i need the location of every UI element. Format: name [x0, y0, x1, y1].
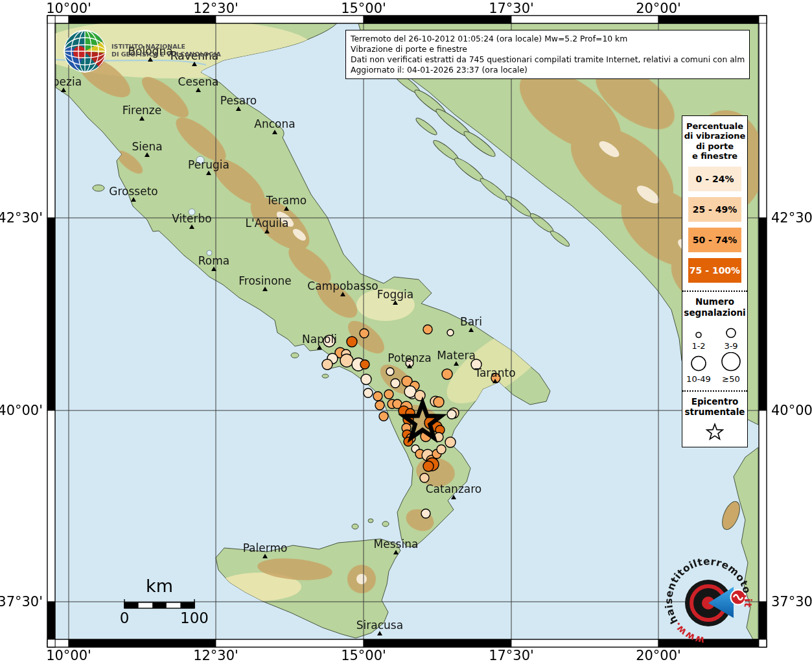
city-label: Teramo [266, 194, 307, 207]
legend-count-cell: ≥50 [715, 352, 747, 384]
legend-title-line: e finestre [682, 151, 747, 161]
city-label: Roma [198, 254, 229, 267]
event-info-box: Terremoto del 26-10-2012 01:05:24 (ora l… [345, 30, 750, 79]
report-circle [445, 437, 456, 447]
frame-segment-bottom [69, 639, 216, 647]
city-label: Palermo [243, 541, 288, 554]
scale-bar-unit: km [146, 576, 173, 596]
legend-epicenter-title-line: strumentale [682, 407, 747, 417]
ingv-text-line1: ISTITUTO NAZIONALE [111, 43, 185, 50]
legend-class-swatch: 25 - 49% [688, 197, 741, 222]
report-circle [404, 386, 416, 397]
island-capri [322, 374, 329, 378]
report-circle [386, 368, 394, 375]
city-label: Messina [374, 538, 419, 551]
legend-title-line: Percentuale [682, 121, 747, 131]
legend-color-classes: 0 - 24%25 - 49%50 - 74%75 - 100% [682, 167, 747, 284]
frame-segment-top [658, 16, 767, 23]
city-label: Potenza [388, 351, 431, 364]
city-label: Taranto [474, 366, 515, 379]
axis-label-left: 40°00' [0, 403, 43, 418]
frame-segment-bottom [216, 639, 364, 647]
frame-segment-right [759, 16, 767, 218]
report-circle [360, 329, 369, 338]
city-label: Viterbo [172, 212, 211, 225]
legend-class-swatch: 0 - 24% [688, 167, 741, 191]
city-label: Matera [437, 349, 476, 362]
event-title: Terremoto del 26-10-2012 01:05:24 (ora l… [351, 34, 745, 44]
report-circle [379, 412, 388, 421]
report-circle [420, 473, 429, 482]
frame-segment-left [47, 218, 55, 410]
report-circle [340, 354, 353, 367]
report-circle [415, 390, 425, 401]
report-circle [361, 374, 371, 385]
scale-bar-segment [152, 602, 167, 608]
city-label: Bari [460, 315, 482, 328]
axis-label-bottom: 17°30' [489, 648, 534, 663]
epicenter-star-icon [705, 422, 725, 440]
legend-count-circle [686, 319, 712, 340]
city-label: Grosseto [109, 185, 157, 198]
screenshot-root: { "info_box": { "lines": [ "Terremoto de… [0, 0, 812, 664]
report-circle [384, 390, 393, 399]
report-circle [360, 360, 369, 369]
city-label: Perugia [188, 158, 229, 171]
legend-counts-title: Numero segnalazioni [682, 296, 747, 317]
city-label: Foggia [377, 288, 413, 301]
event-updated: Aggiornato il: 04-01-2026 23:37 (ora loc… [351, 65, 745, 75]
frame-corner [759, 16, 767, 23]
report-circle [347, 337, 357, 347]
frame-segment-left [47, 410, 55, 602]
legend-class-swatch: 75 - 100% [688, 258, 741, 283]
legend-count-cell: 1-2 [682, 319, 715, 351]
legend-count-circle [718, 352, 744, 373]
axis-label-left: 42°30' [0, 210, 43, 226]
report-circle [442, 369, 452, 379]
city-label: Campobasso [307, 279, 378, 292]
island-aeolian [352, 524, 358, 529]
scale-bar-segment [180, 602, 194, 608]
frame-segment-left [47, 16, 55, 218]
legend-counts-section: Numero segnalazioni 1-23-910-49≥50 [682, 290, 747, 383]
island-elba [93, 185, 104, 191]
legend-count-label: 3-9 [715, 341, 747, 351]
city-label: Ancona [254, 117, 295, 130]
frame-corner [47, 639, 55, 647]
axis-label-right: 37°30' [771, 594, 812, 610]
report-circle [375, 401, 384, 410]
city-label: Napoli [302, 333, 337, 346]
report-circle [373, 392, 382, 401]
frame-segment-top [364, 16, 511, 23]
city-label: Pesaro [220, 94, 257, 107]
frame-segment-bottom [364, 639, 511, 647]
axis-label-bottom: 15°00' [341, 648, 386, 663]
legend-count-label: ≥50 [715, 374, 747, 384]
ingv-globe-icon [64, 30, 106, 72]
report-circle [364, 388, 373, 397]
frame-segment-top [511, 16, 658, 23]
scale-bar-start: 0 [120, 610, 130, 626]
frame-corner [47, 16, 55, 23]
legend-epicenter-title: Epicentro strumentale [682, 396, 747, 417]
legend-count-label: 1-2 [682, 341, 715, 351]
legend-count-circle [686, 352, 712, 373]
city-label: Frosinone [238, 274, 292, 287]
legend: Percentuale di vibrazione di porte e fin… [682, 115, 748, 447]
axis-label-top: 20°00' [636, 1, 681, 16]
report-circle [391, 379, 400, 388]
event-data-note: Dati non verificati estratti da 745 ques… [351, 54, 745, 65]
ingv-logo: ISTITUTO NAZIONALE DI GEOFISICA E VULCAN… [62, 29, 224, 79]
scale-bar-end: 100 [180, 610, 209, 626]
legend-count-cell: 10-49 [682, 352, 715, 384]
axis-label-left: 37°30' [0, 594, 43, 610]
report-circle [421, 509, 430, 518]
city-label: Siena [132, 140, 162, 153]
legend-count-cell: 3-9 [715, 319, 747, 351]
legend-title-line: di vibrazione [682, 131, 747, 141]
island-aeolian [382, 521, 389, 527]
axis-label-top: 12°30' [193, 1, 238, 16]
island-ischia [291, 353, 299, 358]
report-circle [423, 325, 432, 334]
frame-segment-top [69, 16, 216, 23]
